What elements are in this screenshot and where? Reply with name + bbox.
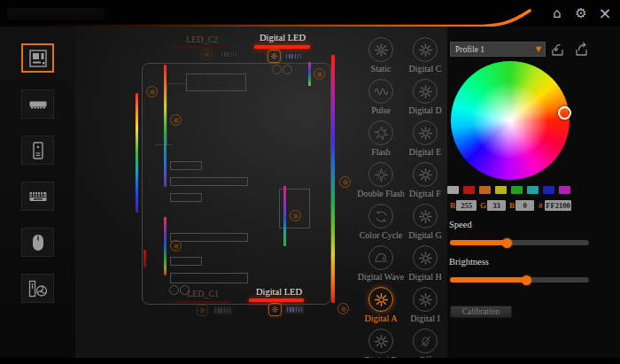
mode-digital-i[interactable]: Digital I [404, 283, 446, 325]
led-zone-marker[interactable] [339, 176, 351, 188]
color-swatch[interactable] [559, 186, 570, 194]
slot-outline [170, 273, 248, 283]
color-swatch-row [447, 186, 570, 194]
hex-value-field[interactable]: FF2100 [545, 200, 571, 211]
sidebar-item-pc-case[interactable] [21, 136, 54, 165]
digital-led-icon [413, 162, 438, 187]
double-flash-mode-icon [368, 162, 393, 187]
blue-value-field[interactable]: 0 [515, 200, 534, 211]
digital-led-icon [413, 37, 438, 62]
color-wheel-selector[interactable] [558, 106, 571, 120]
digital-led-header-bottom[interactable]: Digital LED [249, 287, 309, 297]
led-c1-badge [213, 306, 232, 314]
digital-led-chip-icon-top[interactable] [267, 50, 281, 63]
sidebar-item-mouse[interactable] [21, 228, 54, 257]
red-value-field[interactable]: 255 [456, 200, 477, 211]
mode-double-flash[interactable]: Double Flash [358, 159, 404, 200]
lighting-zone-panel: LED_C2 Digital LED LED_C1 Digital LED [75, 27, 447, 358]
lighting-mode-grid: Static Digital C Pulse Digital D Flash D… [358, 34, 446, 364]
led-zone-marker[interactable] [170, 114, 182, 126]
mode-digital-f[interactable]: Digital F [404, 159, 446, 200]
mode-digital-wave[interactable]: Digital Wave [358, 242, 404, 283]
color-swatch[interactable] [511, 186, 523, 194]
mode-static[interactable]: Static [358, 34, 404, 75]
green-value-field[interactable]: 33 [487, 200, 506, 211]
led-zone-marker[interactable] [337, 303, 349, 314]
mode-color-cycle[interactable]: Color Cycle [358, 200, 404, 242]
color-swatch[interactable] [447, 186, 459, 194]
led-c1-chip-icon[interactable] [197, 305, 208, 316]
mode-digital-a[interactable]: Digital A [358, 283, 404, 325]
rgb-led-strip [164, 217, 167, 275]
rgb-led-strip [164, 65, 167, 187]
calibration-button[interactable]: Calibration [450, 306, 512, 318]
mode-digital-d[interactable]: Digital D [404, 75, 446, 117]
mode-digital-h[interactable]: Digital H [404, 242, 446, 283]
rgb-led-strip [283, 186, 286, 246]
mode-digital-e[interactable]: Digital E [404, 117, 446, 159]
rgb-led-strip [143, 250, 146, 267]
digital-led-icon [413, 287, 438, 312]
mode-pulse[interactable]: Pulse [358, 75, 404, 117]
export-profile-icon [573, 42, 591, 58]
chevron-down-icon: ▼ [536, 45, 545, 53]
digital-led-header-top[interactable]: Digital LED [252, 33, 313, 43]
device-sidebar [0, 27, 75, 358]
sidebar-item-keyboard[interactable] [21, 182, 54, 211]
digital-led-badge-bottom [285, 306, 304, 314]
mode-digital-c[interactable]: Digital C [404, 34, 446, 75]
brightness-label: Brightness [449, 257, 489, 267]
peripherals-fan-icon [27, 278, 49, 299]
slot-outline [170, 193, 202, 202]
settings-icon[interactable]: ⚙ [573, 4, 589, 22]
close-icon[interactable]: × [597, 4, 613, 22]
led-c2-chip-icon[interactable] [201, 49, 213, 60]
off-mode-icon [413, 329, 438, 353]
ram-icon [27, 94, 49, 115]
keyboard-icon [27, 186, 49, 207]
sidebar-item-motherboard[interactable] [21, 43, 54, 73]
led-zone-marker[interactable] [146, 86, 158, 97]
rgb-led-strip [331, 55, 335, 303]
brightness-slider-knob[interactable] [522, 275, 531, 285]
speed-label: Speed [449, 220, 472, 229]
sidebar-item-peripherals[interactable] [21, 274, 54, 303]
digital-led-underline-bottom [249, 298, 304, 302]
profile-dropdown-value: Profile 1 [451, 45, 536, 54]
digital-led-icon [368, 329, 393, 353]
led-c1-header[interactable]: LED_C1 [175, 289, 230, 298]
title-bar: ⌂ ⚙ × [0, 0, 620, 27]
speed-slider[interactable] [450, 240, 589, 245]
led-zone-marker[interactable] [314, 68, 325, 80]
header-swoosh-decoration [0, 0, 620, 27]
digital-led-icon [413, 79, 438, 104]
led-c2-header[interactable]: LED_C2 [174, 35, 230, 44]
profile-dropdown[interactable]: Profile 1 ▼ [450, 42, 546, 57]
color-swatch[interactable] [463, 186, 475, 194]
digital-led-chip-icon-bottom[interactable] [268, 303, 282, 316]
mode-flash[interactable]: Flash [358, 117, 404, 159]
import-profile-button[interactable] [548, 42, 566, 58]
digital-led-icon [413, 204, 438, 228]
color-swatch[interactable] [479, 186, 491, 194]
digital-led-icon [368, 287, 393, 312]
color-swatch[interactable] [495, 186, 507, 194]
rgb-led-strip [136, 93, 138, 213]
color-wheel[interactable] [451, 61, 570, 180]
home-icon[interactable]: ⌂ [549, 4, 565, 22]
red-label: R [450, 200, 456, 211]
led-zone-marker[interactable] [170, 240, 182, 252]
cpu-socket-outline [186, 74, 246, 91]
led-zone-marker[interactable] [290, 210, 301, 221]
brightness-slider[interactable] [450, 277, 589, 283]
bottom-bar [0, 358, 620, 364]
color-swatch[interactable] [543, 186, 554, 194]
import-profile-icon [548, 42, 566, 58]
color-swatch[interactable] [527, 186, 539, 194]
speed-slider-knob[interactable] [502, 238, 512, 248]
mode-digital-g[interactable]: Digital G [404, 200, 446, 242]
export-profile-button[interactable] [573, 42, 591, 58]
sidebar-item-ram[interactable] [21, 89, 54, 119]
mouse-icon [27, 232, 49, 253]
static-mode-icon [368, 37, 393, 62]
